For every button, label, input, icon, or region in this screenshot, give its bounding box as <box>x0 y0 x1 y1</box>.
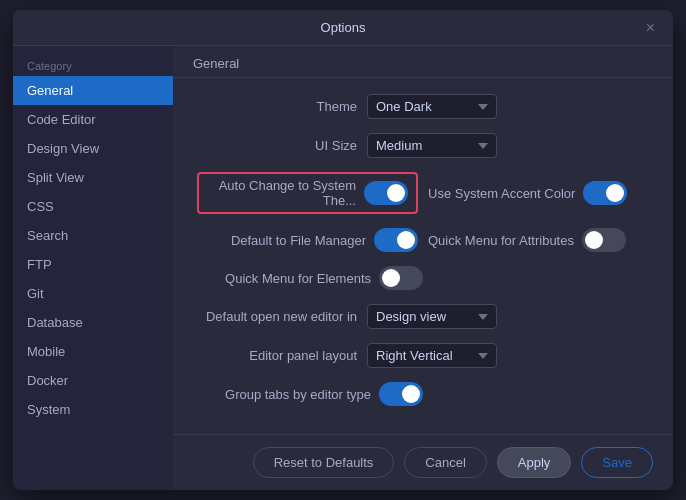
apply-button[interactable]: Apply <box>497 447 572 478</box>
editor-panel-layout-row: Editor panel layout Right Vertical Left … <box>197 343 649 368</box>
main-panel: General Theme One Dark Light Dark <box>173 46 673 490</box>
sidebar-item-general[interactable]: General <box>13 76 173 105</box>
sidebar-item-design-view[interactable]: Design View <box>13 134 173 163</box>
group-tabs-row: Group tabs by editor type <box>197 382 649 406</box>
default-editor-row: Default open new editor in Design view C… <box>197 304 649 329</box>
quick-menu-elements-label: Quick Menu for Elements <box>225 271 371 286</box>
editor-panel-layout-label: Editor panel layout <box>249 348 357 363</box>
auto-change-toggle[interactable] <box>364 181 408 205</box>
sidebar-item-split-view[interactable]: Split View <box>13 163 173 192</box>
dialog-title: Options <box>321 20 366 35</box>
sidebar-item-database[interactable]: Database <box>13 308 173 337</box>
default-open-editor-label: Default open new editor in <box>206 309 357 324</box>
sidebar-item-mobile[interactable]: Mobile <box>13 337 173 366</box>
default-file-manager-toggle[interactable] <box>374 228 418 252</box>
cancel-button[interactable]: Cancel <box>404 447 486 478</box>
title-bar: Options × <box>13 10 673 46</box>
close-button[interactable]: × <box>640 18 661 38</box>
sidebar: Category General Code Editor Design View… <box>13 46 173 490</box>
dialog-body: Category General Code Editor Design View… <box>13 46 673 490</box>
sidebar-item-css[interactable]: CSS <box>13 192 173 221</box>
sidebar-item-system[interactable]: System <box>13 395 173 424</box>
quick-menu-elements-toggle[interactable] <box>379 266 423 290</box>
theme-label: Theme <box>317 99 357 114</box>
main-content: Theme One Dark Light Dark UI Size <box>173 78 673 434</box>
auto-change-label: Auto Change to System The... <box>207 178 356 208</box>
quick-menu-attributes-label: Quick Menu for Attributes <box>428 233 574 248</box>
sidebar-item-code-editor[interactable]: Code Editor <box>13 105 173 134</box>
reset-defaults-button[interactable]: Reset to Defaults <box>253 447 395 478</box>
group-tabs-toggle[interactable] <box>379 382 423 406</box>
footer: Reset to Defaults Cancel Apply Save <box>173 434 673 490</box>
theme-row: Theme One Dark Light Dark <box>197 94 649 119</box>
editor-panel-layout-select[interactable]: Right Vertical Left Vertical Bottom Top <box>367 343 497 368</box>
save-button[interactable]: Save <box>581 447 653 478</box>
sidebar-item-docker[interactable]: Docker <box>13 366 173 395</box>
quick-menu-elements-row: Quick Menu for Elements <box>197 266 649 290</box>
sidebar-item-git[interactable]: Git <box>13 279 173 308</box>
sidebar-item-search[interactable]: Search <box>13 221 173 250</box>
ui-size-label: UI Size <box>315 138 357 153</box>
default-open-editor-select[interactable]: Design view Code view Split view <box>367 304 497 329</box>
ui-size-select[interactable]: Small Medium Large <box>367 133 497 158</box>
theme-select[interactable]: One Dark Light Dark <box>367 94 497 119</box>
group-tabs-label: Group tabs by editor type <box>225 387 371 402</box>
file-manager-row: Default to File Manager Quick Menu for A… <box>197 228 649 252</box>
sidebar-section-label: Category <box>13 54 173 76</box>
main-header: General <box>173 46 673 78</box>
auto-change-highlight: Auto Change to System The... <box>197 172 418 214</box>
use-system-accent-label: Use System Accent Color <box>428 186 575 201</box>
auto-change-row: Auto Change to System The... Use System … <box>197 172 649 214</box>
default-file-manager-label: Default to File Manager <box>231 233 366 248</box>
sidebar-item-ftp[interactable]: FTP <box>13 250 173 279</box>
use-system-accent-toggle[interactable] <box>583 181 627 205</box>
options-dialog: Options × Category General Code Editor D… <box>13 10 673 490</box>
ui-size-row: UI Size Small Medium Large <box>197 133 649 158</box>
quick-menu-attributes-toggle[interactable] <box>582 228 626 252</box>
